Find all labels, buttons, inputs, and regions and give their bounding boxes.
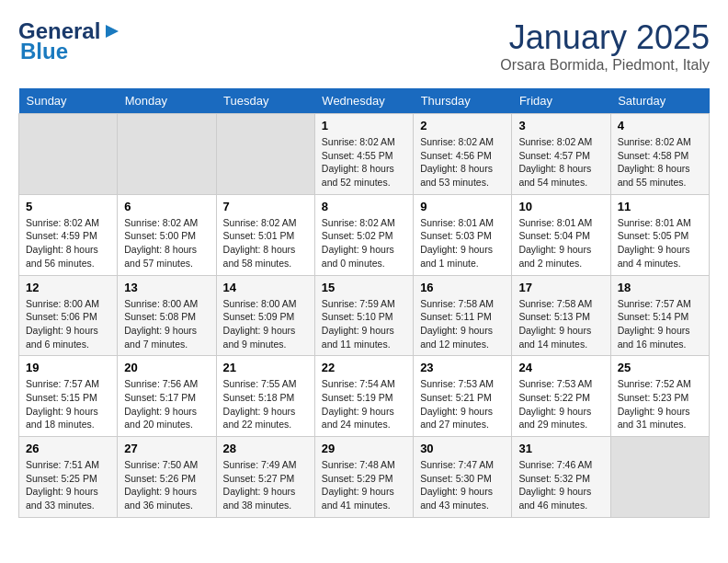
day-number: 6 xyxy=(124,200,209,213)
day-info: Sunrise: 8:02 AMSunset: 4:59 PMDaylight:… xyxy=(26,216,110,270)
calendar-day-cell: 10Sunrise: 8:01 AMSunset: 5:04 PMDayligh… xyxy=(512,194,610,275)
day-info: Sunrise: 7:56 AMSunset: 5:17 PMDaylight:… xyxy=(124,377,209,431)
calendar-day-cell: 1Sunrise: 8:02 AMSunset: 4:55 PMDaylight… xyxy=(314,114,413,195)
day-info: Sunrise: 7:53 AMSunset: 5:22 PMDaylight:… xyxy=(518,377,603,431)
logo-icon xyxy=(102,21,122,41)
calendar-week-row: 12Sunrise: 8:00 AMSunset: 5:06 PMDayligh… xyxy=(19,275,710,356)
calendar-day-cell xyxy=(118,114,216,195)
calendar-day-cell: 20Sunrise: 7:56 AMSunset: 5:17 PMDayligh… xyxy=(118,356,216,437)
day-info: Sunrise: 7:46 AMSunset: 5:32 PMDaylight:… xyxy=(518,458,603,512)
day-info: Sunrise: 7:53 AMSunset: 5:21 PMDaylight:… xyxy=(420,377,505,431)
weekday-header: Sunday xyxy=(19,88,118,114)
day-number: 20 xyxy=(124,361,209,374)
calendar-day-cell: 7Sunrise: 8:02 AMSunset: 5:01 PMDaylight… xyxy=(216,194,314,275)
calendar-day-cell: 25Sunrise: 7:52 AMSunset: 5:23 PMDayligh… xyxy=(610,356,709,437)
day-info: Sunrise: 7:51 AMSunset: 5:25 PMDaylight:… xyxy=(26,458,110,512)
calendar-day-cell: 18Sunrise: 7:57 AMSunset: 5:14 PMDayligh… xyxy=(610,275,709,356)
calendar-day-cell: 4Sunrise: 8:02 AMSunset: 4:58 PMDaylight… xyxy=(610,114,709,195)
day-number: 19 xyxy=(26,361,110,374)
day-number: 18 xyxy=(618,281,702,294)
day-number: 29 xyxy=(322,442,406,455)
day-info: Sunrise: 7:57 AMSunset: 5:14 PMDaylight:… xyxy=(618,297,702,351)
calendar-day-cell: 21Sunrise: 7:55 AMSunset: 5:18 PMDayligh… xyxy=(216,356,314,437)
day-number: 3 xyxy=(518,119,603,132)
day-number: 24 xyxy=(518,361,603,374)
day-number: 16 xyxy=(420,281,505,294)
weekday-header: Monday xyxy=(118,88,216,114)
calendar-table: SundayMondayTuesdayWednesdayThursdayFrid… xyxy=(18,88,710,518)
weekday-header: Tuesday xyxy=(216,88,314,114)
day-number: 23 xyxy=(420,361,505,374)
weekday-header-row: SundayMondayTuesdayWednesdayThursdayFrid… xyxy=(19,88,710,114)
day-info: Sunrise: 8:02 AMSunset: 4:57 PMDaylight:… xyxy=(518,135,603,190)
day-number: 4 xyxy=(618,119,702,132)
day-info: Sunrise: 8:02 AMSunset: 5:01 PMDaylight:… xyxy=(223,216,308,270)
calendar-day-cell: 24Sunrise: 7:53 AMSunset: 5:22 PMDayligh… xyxy=(512,356,610,437)
day-info: Sunrise: 7:48 AMSunset: 5:29 PMDaylight:… xyxy=(322,458,406,512)
day-number: 5 xyxy=(26,200,110,213)
day-info: Sunrise: 8:00 AMSunset: 5:06 PMDaylight:… xyxy=(26,297,110,351)
calendar-day-cell: 29Sunrise: 7:48 AMSunset: 5:29 PMDayligh… xyxy=(314,437,413,518)
weekday-header: Wednesday xyxy=(314,88,413,114)
day-info: Sunrise: 7:54 AMSunset: 5:19 PMDaylight:… xyxy=(322,377,406,431)
day-info: Sunrise: 7:59 AMSunset: 5:10 PMDaylight:… xyxy=(322,297,406,351)
day-info: Sunrise: 7:55 AMSunset: 5:18 PMDaylight:… xyxy=(223,377,308,431)
day-number: 8 xyxy=(322,200,406,213)
calendar-day-cell: 11Sunrise: 8:01 AMSunset: 5:05 PMDayligh… xyxy=(610,194,709,275)
calendar-week-row: 19Sunrise: 7:57 AMSunset: 5:15 PMDayligh… xyxy=(19,356,710,437)
calendar-week-row: 5Sunrise: 8:02 AMSunset: 4:59 PMDaylight… xyxy=(19,194,710,275)
day-number: 1 xyxy=(322,119,406,132)
calendar-day-cell: 3Sunrise: 8:02 AMSunset: 4:57 PMDaylight… xyxy=(512,114,610,195)
day-number: 15 xyxy=(322,281,406,294)
day-info: Sunrise: 8:01 AMSunset: 5:03 PMDaylight:… xyxy=(420,216,505,270)
day-info: Sunrise: 8:02 AMSunset: 5:02 PMDaylight:… xyxy=(322,216,406,270)
logo: General Blue xyxy=(18,18,122,64)
day-info: Sunrise: 7:58 AMSunset: 5:11 PMDaylight:… xyxy=(420,297,505,351)
calendar-day-cell: 27Sunrise: 7:50 AMSunset: 5:26 PMDayligh… xyxy=(118,437,216,518)
calendar-day-cell: 6Sunrise: 8:02 AMSunset: 5:00 PMDaylight… xyxy=(118,194,216,275)
calendar-day-cell: 12Sunrise: 8:00 AMSunset: 5:06 PMDayligh… xyxy=(19,275,118,356)
calendar-day-cell: 23Sunrise: 7:53 AMSunset: 5:21 PMDayligh… xyxy=(414,356,512,437)
weekday-header: Friday xyxy=(512,88,610,114)
calendar-day-cell: 9Sunrise: 8:01 AMSunset: 5:03 PMDaylight… xyxy=(414,194,512,275)
calendar-day-cell: 26Sunrise: 7:51 AMSunset: 5:25 PMDayligh… xyxy=(19,437,118,518)
title-block: January 2025 Orsara Bormida, Piedmont, I… xyxy=(500,18,710,74)
day-info: Sunrise: 7:52 AMSunset: 5:23 PMDaylight:… xyxy=(618,377,702,431)
day-info: Sunrise: 8:01 AMSunset: 5:05 PMDaylight:… xyxy=(618,216,702,270)
day-number: 7 xyxy=(223,200,308,213)
day-info: Sunrise: 8:02 AMSunset: 4:55 PMDaylight:… xyxy=(322,135,406,190)
calendar-day-cell: 30Sunrise: 7:47 AMSunset: 5:30 PMDayligh… xyxy=(414,437,512,518)
day-number: 30 xyxy=(420,442,505,455)
day-number: 28 xyxy=(223,442,308,455)
day-number: 13 xyxy=(124,281,209,294)
page-header: General Blue January 2025 Orsara Bormida… xyxy=(18,18,710,74)
calendar-day-cell: 28Sunrise: 7:49 AMSunset: 5:27 PMDayligh… xyxy=(216,437,314,518)
day-number: 25 xyxy=(618,361,702,374)
calendar-day-cell: 19Sunrise: 7:57 AMSunset: 5:15 PMDayligh… xyxy=(19,356,118,437)
day-info: Sunrise: 7:49 AMSunset: 5:27 PMDaylight:… xyxy=(223,458,308,512)
logo-blue: Blue xyxy=(20,39,68,64)
calendar-day-cell: 16Sunrise: 7:58 AMSunset: 5:11 PMDayligh… xyxy=(414,275,512,356)
svg-marker-0 xyxy=(106,25,119,38)
calendar-day-cell: 17Sunrise: 7:58 AMSunset: 5:13 PMDayligh… xyxy=(512,275,610,356)
day-number: 17 xyxy=(518,281,603,294)
calendar-day-cell: 31Sunrise: 7:46 AMSunset: 5:32 PMDayligh… xyxy=(512,437,610,518)
weekday-header: Saturday xyxy=(610,88,709,114)
location-subtitle: Orsara Bormida, Piedmont, Italy xyxy=(500,57,710,74)
day-number: 2 xyxy=(420,119,505,132)
weekday-header: Thursday xyxy=(414,88,512,114)
calendar-day-cell: 13Sunrise: 8:00 AMSunset: 5:08 PMDayligh… xyxy=(118,275,216,356)
day-number: 27 xyxy=(124,442,209,455)
calendar-day-cell: 2Sunrise: 8:02 AMSunset: 4:56 PMDaylight… xyxy=(414,114,512,195)
calendar-week-row: 26Sunrise: 7:51 AMSunset: 5:25 PMDayligh… xyxy=(19,437,710,518)
day-info: Sunrise: 8:01 AMSunset: 5:04 PMDaylight:… xyxy=(518,216,603,270)
day-number: 21 xyxy=(223,361,308,374)
day-number: 14 xyxy=(223,281,308,294)
day-number: 22 xyxy=(322,361,406,374)
day-info: Sunrise: 8:00 AMSunset: 5:08 PMDaylight:… xyxy=(124,297,209,351)
calendar-week-row: 1Sunrise: 8:02 AMSunset: 4:55 PMDaylight… xyxy=(19,114,710,195)
day-number: 10 xyxy=(518,200,603,213)
calendar-day-cell: 22Sunrise: 7:54 AMSunset: 5:19 PMDayligh… xyxy=(314,356,413,437)
calendar-day-cell: 8Sunrise: 8:02 AMSunset: 5:02 PMDaylight… xyxy=(314,194,413,275)
calendar-day-cell xyxy=(610,437,709,518)
